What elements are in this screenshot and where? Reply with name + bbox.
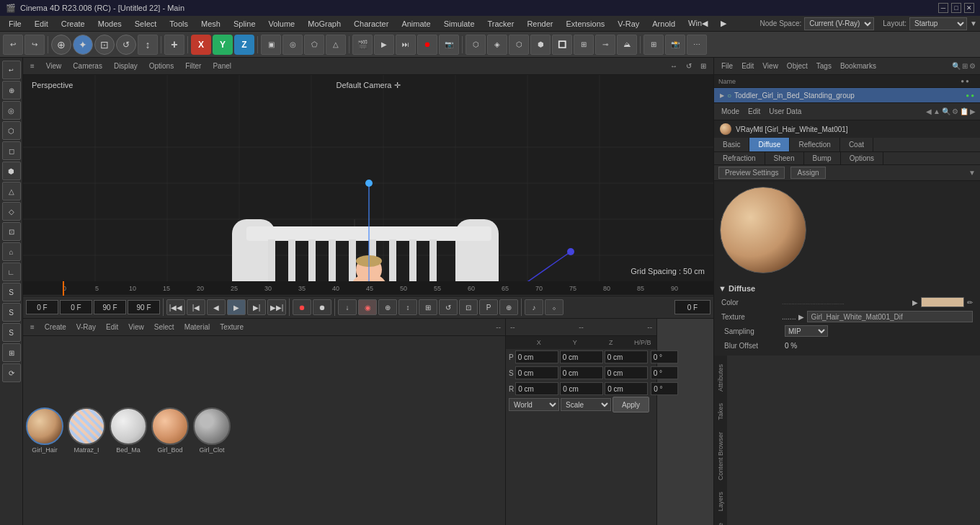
preview-settings-button[interactable]: Preview Settings: [718, 167, 785, 179]
scale-y-input[interactable]: [560, 366, 603, 379]
color-edit-icon[interactable]: ✏: [967, 299, 973, 306]
magnet-btn[interactable]: ⊸: [595, 35, 615, 55]
diffuse-collapse-icon[interactable]: ▼: [718, 284, 726, 293]
step-button[interactable]: ⏭: [396, 35, 416, 55]
obj-btn2[interactable]: ◈: [487, 35, 507, 55]
select-poly-button[interactable]: △: [326, 35, 346, 55]
add-button[interactable]: +: [164, 35, 184, 55]
left-tool-7[interactable]: △: [2, 182, 21, 200]
menu-tracker[interactable]: Tracker: [482, 18, 520, 30]
subtab-refraction[interactable]: Refraction: [714, 152, 765, 164]
next-frame-button[interactable]: ▶|: [247, 299, 266, 315]
layout-arrow[interactable]: ▼: [970, 19, 977, 27]
titlebar-controls[interactable]: ─ □ ✕: [938, 3, 974, 13]
goto-last-button[interactable]: ▶▶|: [267, 299, 286, 315]
vp-filter-menu[interactable]: Filter: [182, 61, 204, 71]
material-item-girl-hair[interactable]: Girl_Hair: [26, 407, 63, 454]
menu-spline[interactable]: Spline: [228, 18, 262, 30]
attr-userdata-menu[interactable]: User Data: [766, 106, 804, 117]
scale-x-input[interactable]: [515, 366, 558, 379]
goto-first-button[interactable]: |◀◀: [166, 299, 185, 315]
menu-character[interactable]: Character: [348, 18, 394, 30]
left-tool-6[interactable]: ⬢: [2, 162, 21, 180]
mat-menu-icon[interactable]: ≡: [27, 322, 37, 332]
obj-btn5[interactable]: 🔳: [552, 35, 572, 55]
axis-x-button[interactable]: X: [191, 35, 211, 55]
cube-btn[interactable]: ⬡: [466, 35, 486, 55]
menu-tools[interactable]: Tools: [164, 18, 194, 30]
play-mode-3[interactable]: ⊕: [378, 299, 397, 315]
attr-up-btn[interactable]: ▲: [933, 107, 940, 115]
play-mode-8[interactable]: P: [479, 299, 498, 315]
obj-bookmarks-menu[interactable]: Bookmarks: [837, 61, 879, 71]
menu-win[interactable]: Win◀: [682, 17, 713, 30]
rot-y-input[interactable]: [560, 382, 603, 395]
left-tool-8[interactable]: ◇: [2, 202, 21, 221]
left-tool-5[interactable]: ◻: [2, 141, 21, 160]
attr-copy-btn[interactable]: 📋: [960, 107, 968, 115]
subtab-sheen[interactable]: Sheen: [765, 152, 804, 164]
preview-collapse-btn[interactable]: ▼: [968, 169, 976, 177]
obj-btn6[interactable]: ⊞: [574, 35, 594, 55]
rot-h-input[interactable]: [651, 350, 678, 363]
menu-animate[interactable]: Animate: [396, 18, 436, 30]
side-tab-structure[interactable]: Structure: [716, 517, 726, 525]
end-frame-input[interactable]: [94, 300, 126, 314]
menu-render[interactable]: Render: [521, 18, 558, 30]
scale-tool[interactable]: ⊡: [94, 35, 115, 55]
pos-y-input[interactable]: [560, 350, 603, 363]
subtab-options[interactable]: Options: [841, 152, 883, 164]
select-lasso-button[interactable]: ⬠: [304, 35, 324, 55]
object-item-toddler[interactable]: ▶ ○ Toddler_Girl_in_Bed_Standing_group ●…: [714, 88, 980, 102]
mat-edit-menu[interactable]: Edit: [103, 322, 121, 332]
start-frame-display[interactable]: [60, 300, 92, 314]
keyframe-button[interactable]: ⬦: [545, 299, 564, 315]
play-mode-4[interactable]: ↕: [398, 299, 417, 315]
current-frame-input[interactable]: [26, 300, 58, 314]
rot-z-input[interactable]: [605, 382, 648, 395]
material-item-bed[interactable]: Bed_Ma: [110, 407, 147, 454]
timeline-cursor[interactable]: [63, 281, 64, 296]
texture-arrow-icon[interactable]: ▶: [798, 313, 804, 321]
transform-tool[interactable]: ↺: [116, 35, 136, 55]
audio-button[interactable]: ♪: [525, 299, 543, 315]
left-tool-13[interactable]: S: [2, 303, 21, 322]
menu-volume[interactable]: Volume: [263, 18, 301, 30]
undo-button[interactable]: ↩: [3, 35, 23, 55]
coord-mode-dropdown[interactable]: World Object: [509, 398, 559, 411]
texture-field[interactable]: Girl_Hair_White_Mat001_Dif: [807, 311, 973, 322]
color-arrow-icon[interactable]: ▶: [912, 299, 918, 306]
left-tool-12[interactable]: S: [2, 283, 21, 301]
select-rect-button[interactable]: ▣: [261, 35, 281, 55]
record-button2[interactable]: ⏺: [313, 299, 331, 315]
scale-z-input[interactable]: [605, 366, 648, 379]
tab-coat[interactable]: Coat: [840, 138, 873, 151]
rot-x-input[interactable]: [515, 382, 558, 395]
mat-texture-menu[interactable]: Texture: [217, 322, 246, 332]
left-tool-10[interactable]: ⌂: [2, 242, 21, 261]
menu-mograph[interactable]: MoGraph: [302, 18, 347, 30]
record-active-button[interactable]: ⏺: [293, 299, 311, 315]
left-tool-2[interactable]: ⊕: [2, 81, 21, 100]
mat-material-menu[interactable]: Material: [182, 322, 213, 332]
play-mode-1[interactable]: ↓: [338, 299, 357, 315]
axis-y-button[interactable]: Y: [213, 35, 233, 55]
obj-file-menu[interactable]: File: [718, 61, 736, 71]
attr-back-btn[interactable]: ◀: [926, 107, 932, 115]
vp-nav-rotate[interactable]: ↺: [683, 61, 695, 71]
node-space-select[interactable]: Current (V-Ray): [804, 17, 874, 30]
prev-play-button[interactable]: ◀: [207, 299, 226, 315]
side-tab-attributes[interactable]: Attributes: [716, 358, 726, 397]
menu-mesh[interactable]: Mesh: [195, 18, 226, 30]
attr-fwd-btn[interactable]: ▶: [970, 107, 976, 115]
vp-view-menu[interactable]: View: [43, 61, 65, 71]
left-tool-4[interactable]: ⬡: [2, 121, 21, 140]
material-item-cloth[interactable]: Girl_Clot: [193, 407, 231, 454]
tab-basic[interactable]: Basic: [714, 138, 749, 151]
maximize-button[interactable]: □: [951, 3, 961, 13]
left-tool-3[interactable]: ◎: [2, 101, 21, 120]
menu-vray[interactable]: V-Ray: [612, 18, 645, 30]
material-item-body[interactable]: Girl_Bod: [151, 407, 189, 454]
grid-btn[interactable]: ⊞: [643, 35, 664, 55]
cam-button[interactable]: 📷: [439, 35, 459, 55]
